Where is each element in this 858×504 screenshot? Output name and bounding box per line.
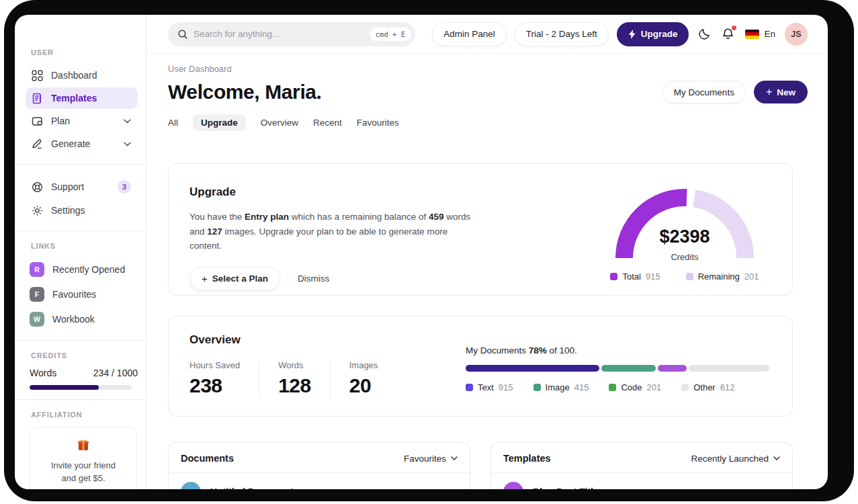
my-documents-button[interactable]: My Documents — [662, 81, 746, 103]
template-row[interactable]: Blog Post Title in Workbook — [491, 473, 792, 489]
legend-swatch — [609, 384, 616, 391]
tab-upgrade[interactable]: Upgrade — [193, 114, 246, 131]
page-title: Welcome, Maria. — [168, 81, 322, 103]
legend-swatch — [533, 384, 541, 391]
sidebar-item-label: Settings — [51, 205, 85, 216]
chevron-down-icon — [124, 142, 131, 146]
lifebuoy-icon — [31, 181, 43, 193]
overview-card-title: Overview — [189, 333, 415, 347]
affiliation-card: Invite your friend and get $5. Invite — [30, 427, 137, 489]
bar-segment-other — [689, 365, 769, 372]
main-area: cmd + E Admin Panel Trial - 2 Days Left … — [146, 15, 828, 489]
tab-bar: All Upgrade Overview Recent Favourites — [168, 114, 808, 131]
tab-overview[interactable]: Overview — [261, 114, 298, 131]
plus-icon: + — [202, 273, 208, 284]
legend-item-text: Text 915 — [466, 382, 513, 392]
sidebar-divider — [15, 340, 146, 341]
trial-status-button[interactable]: Trial - 2 Days Left — [515, 22, 609, 46]
credits-gauge: $2398 Credits Total 915 Remaining 201 — [604, 184, 765, 275]
sidebar-divider — [15, 399, 146, 400]
select-plan-button[interactable]: + Select a Plan — [189, 267, 280, 290]
stat-images: Images 20 — [349, 360, 397, 397]
notification-dot — [732, 26, 736, 30]
legend-item-other: Other 612 — [681, 382, 734, 392]
dark-mode-toggle[interactable] — [697, 26, 712, 42]
templates-card: Templates Recently Launched Blog Post Ti… — [490, 442, 793, 489]
legend-swatch — [681, 384, 689, 391]
page-content: User Dashboard Welcome, Maria. My Docume… — [146, 54, 828, 489]
sidebar-item-label: Generate — [51, 138, 90, 149]
documents-filter-dropdown[interactable]: Favourites — [404, 454, 458, 464]
sidebar-link-favourites[interactable]: F Favourites — [30, 283, 138, 306]
legend-item-remaining: Remaining 201 — [686, 271, 759, 282]
chevron-down-icon — [773, 456, 780, 460]
document-name: Untitled Document — [210, 487, 294, 489]
upgrade-card: Upgrade You have the Entry plan which ha… — [168, 163, 793, 296]
sidebar-link-recently-opened[interactable]: R Recently Opened — [30, 258, 138, 281]
documents-card-title: Documents — [181, 453, 234, 464]
document-icon — [31, 92, 43, 104]
upgrade-card-body: You have the Entry plan which has a rema… — [189, 210, 482, 253]
sidebar-link-workbook[interactable]: W Workbook — [30, 308, 138, 331]
templates-filter-dropdown[interactable]: Recently Launched — [691, 454, 780, 464]
grid-icon — [31, 69, 43, 81]
notifications-button[interactable] — [720, 26, 736, 42]
chevron-down-icon — [124, 119, 131, 124]
sidebar-section-credits: CREDITS — [31, 351, 138, 360]
sidebar-item-label: Dashboard — [51, 70, 97, 81]
stat-hours-saved: Hours Saved 238 — [189, 360, 259, 397]
progress-legend: Text 915 Image 415 Code 201 — [466, 382, 769, 392]
upgrade-button[interactable]: Upgrade — [617, 22, 689, 46]
language-selector[interactable]: En — [744, 28, 777, 40]
sidebar-item-dashboard[interactable]: Dashboard — [30, 65, 138, 86]
documents-progress: My Documents 78% of 100. Text 915 — [466, 333, 769, 416]
legend-swatch — [610, 273, 617, 280]
new-button[interactable]: + New — [754, 81, 808, 103]
gift-icon — [77, 438, 90, 454]
stacked-progress-bar — [466, 365, 769, 372]
tab-favourites[interactable]: Favourites — [357, 114, 399, 131]
gauge-value: $2398 — [611, 226, 759, 247]
credits-words-value: 234 / 1000 — [93, 368, 138, 378]
link-initial-badge: F — [30, 287, 44, 302]
link-initial-badge: R — [30, 262, 44, 277]
progress-title: My Documents 78% of 100. — [466, 345, 769, 355]
credits-progress-fill — [30, 385, 99, 390]
topbar: cmd + E Admin Panel Trial - 2 Days Left … — [146, 15, 828, 54]
bar-segment-image — [601, 365, 656, 372]
tab-all[interactable]: All — [168, 114, 178, 131]
document-avatar — [181, 482, 201, 489]
sidebar-item-generate[interactable]: Generate — [30, 133, 138, 155]
sidebar-item-support[interactable]: Support 3 — [30, 175, 138, 198]
credits-words-label: Words — [30, 368, 56, 378]
document-row[interactable]: Untitled Document in Workbook — [169, 473, 470, 489]
wallet-icon — [31, 115, 43, 127]
sidebar-item-templates[interactable]: Templates — [26, 87, 138, 109]
sidebar-item-label: Templates — [51, 93, 97, 103]
tab-recent[interactable]: Recent — [313, 114, 342, 131]
overview-stats: Hours Saved 238 Words 128 Images 20 — [189, 360, 415, 397]
dismiss-button[interactable]: Dismiss — [298, 274, 329, 284]
search-input[interactable] — [194, 29, 364, 39]
language-label: En — [764, 29, 775, 39]
gauge-legend: Total 915 Remaining 201 — [604, 271, 765, 282]
sidebar-item-settings[interactable]: Settings — [30, 200, 138, 221]
template-avatar — [503, 482, 523, 489]
support-badge: 3 — [118, 180, 131, 194]
legend-item-total: Total 915 — [610, 271, 660, 282]
sidebar-section-affiliation: AFFILIATION — [31, 411, 138, 419]
template-location: in Workbook — [732, 487, 780, 490]
templates-card-title: Templates — [503, 453, 551, 464]
sidebar-item-plan[interactable]: Plan — [30, 110, 138, 132]
user-avatar[interactable]: JS — [785, 23, 808, 46]
gauge-label: Credits — [611, 252, 759, 262]
link-label: Recently Opened — [52, 264, 125, 275]
chevron-down-icon — [451, 456, 458, 460]
search-bar[interactable]: cmd + E — [168, 22, 415, 46]
admin-panel-button[interactable]: Admin Panel — [432, 22, 507, 46]
search-shortcut: cmd + E — [370, 28, 411, 41]
credits-progress-bar — [30, 385, 132, 390]
search-icon — [177, 29, 188, 40]
german-flag-icon — [745, 30, 759, 39]
stat-words: Words 128 — [278, 360, 331, 397]
